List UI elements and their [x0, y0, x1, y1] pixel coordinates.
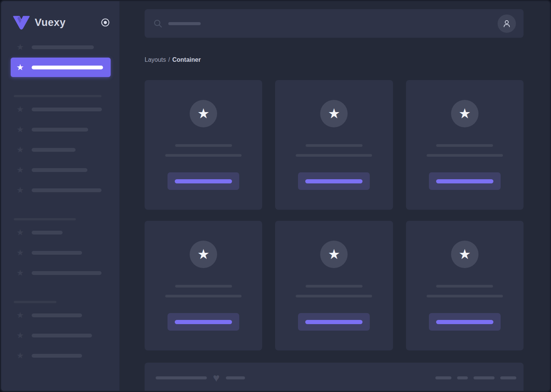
- card-action-button[interactable]: [168, 172, 239, 190]
- placeholder-card: ★: [275, 221, 393, 350]
- star-icon: ★: [16, 105, 26, 114]
- button-label-skeleton: [175, 320, 232, 324]
- button-label-skeleton: [436, 179, 493, 183]
- card-subtitle-skeleton: [165, 154, 242, 157]
- nav-label-skeleton: [32, 334, 92, 337]
- sidebar-item[interactable]: ★: [1, 99, 119, 119]
- star-icon: ★: [16, 186, 26, 194]
- section-header-skeleton: [14, 301, 56, 303]
- nav-label-skeleton: [32, 45, 94, 49]
- card-action-button[interactable]: [298, 313, 370, 331]
- nav-label-skeleton: [32, 354, 82, 358]
- star-icon: ★: [16, 352, 26, 360]
- nav-label-skeleton: [32, 271, 102, 275]
- footer-copyright-skeleton: [156, 376, 207, 379]
- nav-label-skeleton: [32, 168, 87, 172]
- nav-label-skeleton: [32, 108, 102, 111]
- card-avatar-circle: ★: [451, 100, 478, 127]
- nav-label-skeleton: [32, 188, 102, 192]
- placeholder-card: ★: [275, 80, 393, 210]
- button-label-skeleton: [305, 179, 362, 183]
- search-placeholder-skeleton: [168, 22, 201, 25]
- heart-icon: ♥: [213, 372, 220, 384]
- sidebar-item[interactable]: ★: [1, 263, 119, 283]
- sidebar-item[interactable]: ★: [1, 325, 119, 345]
- sidebar-item[interactable]: ★: [1, 345, 119, 366]
- card-action-button[interactable]: [298, 172, 370, 190]
- button-label-skeleton: [305, 320, 362, 324]
- star-icon: ★: [197, 247, 209, 261]
- sidebar-item[interactable]: ★: [1, 140, 119, 160]
- card-grid: ★ ★ ★ ★: [145, 80, 524, 350]
- breadcrumb-current-page: Container: [172, 56, 201, 63]
- footer-link-skeleton[interactable]: [457, 376, 468, 379]
- placeholder-card: ★: [406, 80, 524, 210]
- card-title-skeleton: [436, 285, 493, 288]
- main-content: Layouts/Container ★ ★ ★ ★: [119, 1, 550, 391]
- breadcrumb-section-link[interactable]: Layouts: [145, 56, 166, 63]
- button-label-skeleton: [175, 179, 232, 183]
- star-icon: ★: [197, 107, 209, 120]
- card-title-skeleton: [175, 144, 232, 147]
- card-avatar-circle: ★: [320, 100, 348, 127]
- footer-link-skeleton[interactable]: [474, 376, 495, 379]
- star-icon: ★: [16, 146, 26, 154]
- star-icon: ★: [16, 311, 26, 320]
- sidebar-item[interactable]: ★: [1, 243, 119, 263]
- button-label-skeleton: [436, 320, 493, 324]
- sidebar-item[interactable]: ★: [1, 160, 119, 180]
- sidebar-item[interactable]: ★: [1, 180, 119, 200]
- breadcrumb: Layouts/Container: [145, 56, 524, 64]
- star-icon: ★: [16, 43, 26, 51]
- star-icon: ★: [16, 125, 26, 134]
- card-subtitle-skeleton: [296, 154, 372, 157]
- card-avatar-circle: ★: [320, 241, 348, 268]
- nav-label-skeleton: [32, 128, 88, 132]
- app-window: Vuexy ★★★★★★★★★★★★★: [0, 0, 551, 392]
- breadcrumb-separator: /: [168, 56, 170, 63]
- sidebar-item[interactable]: ★: [1, 305, 119, 325]
- card-title-skeleton: [306, 285, 362, 288]
- footer-link-skeleton[interactable]: [500, 376, 516, 379]
- placeholder-card: ★: [406, 221, 524, 350]
- user-icon: [502, 19, 512, 29]
- search-input[interactable]: [145, 9, 524, 38]
- brand-name: Vuexy: [35, 17, 66, 29]
- card-action-button[interactable]: [168, 313, 239, 331]
- star-icon: ★: [16, 63, 26, 72]
- card-subtitle-skeleton: [427, 154, 503, 157]
- card-avatar-circle: ★: [190, 241, 217, 268]
- card-action-button[interactable]: [429, 313, 501, 331]
- footer: ♥: [145, 363, 524, 392]
- footer-link-skeleton[interactable]: [435, 376, 451, 379]
- vuexy-logo-icon: [13, 15, 30, 30]
- card-subtitle-skeleton: [427, 295, 503, 297]
- menu-pin-toggle[interactable]: [100, 18, 110, 27]
- card-action-button[interactable]: [429, 172, 501, 190]
- sidebar-menu: ★★★★★★★★★★★★★: [1, 40, 119, 366]
- star-icon: ★: [328, 107, 340, 120]
- star-icon: ★: [16, 249, 26, 257]
- star-icon: ★: [328, 247, 340, 261]
- sidebar-item[interactable]: ★: [1, 119, 119, 140]
- card-avatar-circle: ★: [451, 241, 478, 268]
- sidebar-brand-row: Vuexy: [1, 1, 119, 33]
- section-header-skeleton: [14, 218, 76, 220]
- nav-label-skeleton: [32, 231, 63, 235]
- sidebar-item[interactable]: ★: [1, 40, 119, 55]
- placeholder-card: ★: [145, 221, 262, 350]
- card-avatar-circle: ★: [190, 100, 217, 127]
- placeholder-card: ★: [145, 80, 262, 210]
- card-subtitle-skeleton: [165, 295, 242, 297]
- user-avatar-button[interactable]: [498, 14, 516, 33]
- card-title-skeleton: [175, 285, 232, 288]
- radio-dot-icon: [101, 18, 110, 27]
- star-icon: ★: [16, 166, 26, 174]
- card-title-skeleton: [436, 144, 493, 147]
- nav-label-skeleton: [32, 251, 82, 255]
- star-icon: ★: [16, 331, 26, 340]
- star-icon: ★: [16, 228, 26, 237]
- card-title-skeleton: [306, 144, 362, 147]
- sidebar-item[interactable]: ★: [1, 222, 119, 243]
- sidebar-item-active[interactable]: ★: [11, 58, 111, 77]
